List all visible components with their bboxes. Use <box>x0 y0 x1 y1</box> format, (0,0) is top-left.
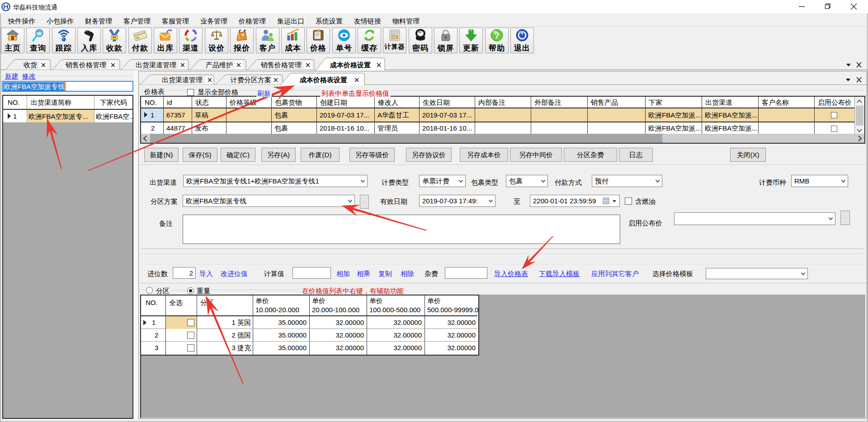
svg-text:?: ? <box>494 31 500 40</box>
